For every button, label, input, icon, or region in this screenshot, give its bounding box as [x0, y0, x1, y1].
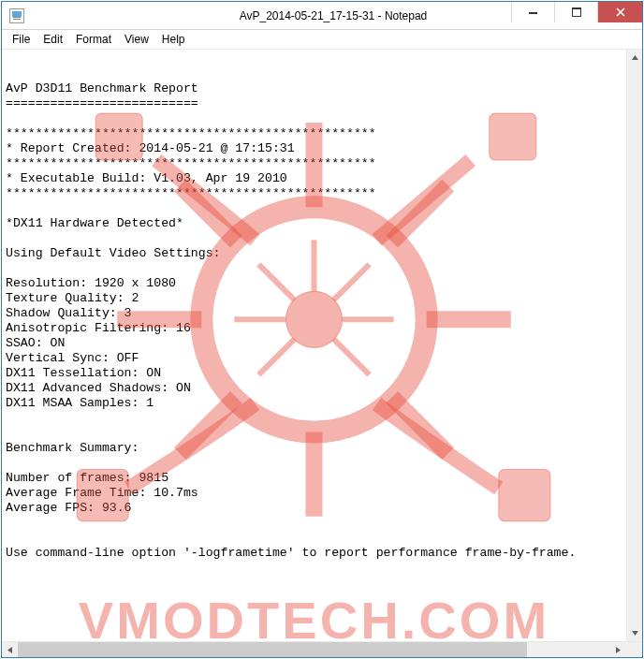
vertical-scrollbar[interactable]: [626, 50, 642, 641]
text-line: AvP D3D11 Benchmark Report: [6, 81, 198, 95]
notepad-window: AvP_2014-05-21_17-15-31 - Notepad File E…: [1, 1, 643, 658]
svg-marker-25: [632, 631, 638, 636]
text-line: Number of frames: 9815: [6, 471, 168, 485]
scroll-right-button[interactable]: [610, 642, 626, 657]
svg-line-12: [392, 397, 448, 453]
scroll-left-button[interactable]: [2, 642, 18, 657]
text-line: Vertical Sync: OFF: [6, 351, 139, 365]
close-button[interactable]: [597, 2, 642, 22]
text-line: Benchmark Summary:: [6, 441, 139, 455]
scroll-down-button[interactable]: [627, 625, 642, 641]
svg-line-23: [258, 264, 294, 300]
hscroll-track[interactable]: [18, 642, 610, 657]
minimize-button[interactable]: [511, 2, 554, 22]
text-line: ****************************************…: [6, 126, 376, 140]
svg-line-20: [334, 264, 370, 300]
scroll-up-button[interactable]: [627, 50, 642, 66]
text-line: Average FPS: 93.6: [6, 501, 132, 515]
text-line: Texture Quality: 2: [6, 291, 139, 305]
vscroll-track[interactable]: [627, 66, 642, 625]
svg-line-10: [392, 185, 448, 242]
watermark-text: VMODTECH.COM: [79, 591, 549, 641]
text-line: DX11 Advanced Shadows: ON: [6, 381, 191, 395]
app-icon: [9, 8, 24, 23]
svg-marker-24: [632, 55, 638, 60]
menu-file[interactable]: File: [6, 31, 37, 48]
menu-format[interactable]: Format: [69, 31, 118, 48]
svg-rect-2: [572, 7, 581, 9]
svg-line-22: [334, 339, 370, 374]
svg-marker-26: [7, 647, 12, 653]
menu-edit[interactable]: Edit: [37, 31, 69, 48]
text-line: Shadow Quality: 3: [6, 306, 132, 320]
text-editor[interactable]: VMODTECH.COM AvP D3D11 Benchmark Report …: [2, 50, 626, 641]
text-line: Anisotropic Filtering: 16: [6, 321, 191, 335]
window-controls: [511, 2, 642, 22]
svg-rect-14: [490, 113, 536, 160]
text-line: * Executable Build: V1.03, Apr 19 2010: [6, 171, 287, 185]
text-line: SSAO: ON: [6, 336, 65, 350]
scroll-corner: [626, 642, 642, 657]
text-line: ****************************************…: [6, 156, 376, 170]
text-line: * Report Created: 2014-05-21 @ 17:15:31: [6, 141, 295, 155]
text-line: DX11 MSAA Samples: 1: [6, 396, 154, 410]
svg-line-21: [258, 339, 294, 374]
text-line: Resolution: 1920 x 1080: [6, 276, 176, 290]
text-line: ****************************************…: [6, 186, 376, 200]
text-line: ==========================: [6, 96, 198, 110]
text-line: *DX11 Hardware Detected*: [6, 216, 183, 230]
svg-point-4: [285, 291, 342, 347]
svg-line-11: [180, 397, 236, 453]
text-line: Average Frame Time: 10.7ms: [6, 486, 198, 500]
text-line: Using Default Video Settings:: [6, 246, 221, 260]
svg-point-3: [201, 207, 426, 432]
hscroll-thumb[interactable]: [18, 642, 527, 657]
titlebar[interactable]: AvP_2014-05-21_17-15-31 - Notepad: [2, 2, 642, 30]
menubar: File Edit Format View Help: [2, 30, 642, 50]
text-line: DX11 Tessellation: ON: [6, 366, 161, 380]
svg-rect-16: [499, 470, 550, 521]
editor-wrap: VMODTECH.COM AvP D3D11 Benchmark Report …: [2, 50, 642, 641]
menu-view[interactable]: View: [118, 31, 155, 48]
horizontal-scrollbar[interactable]: [2, 641, 642, 657]
svg-rect-0: [529, 12, 537, 14]
menu-help[interactable]: Help: [155, 31, 192, 48]
maximize-button[interactable]: [554, 2, 597, 22]
svg-marker-27: [616, 647, 621, 653]
text-line: Use command-line option '-logframetime' …: [6, 546, 576, 560]
